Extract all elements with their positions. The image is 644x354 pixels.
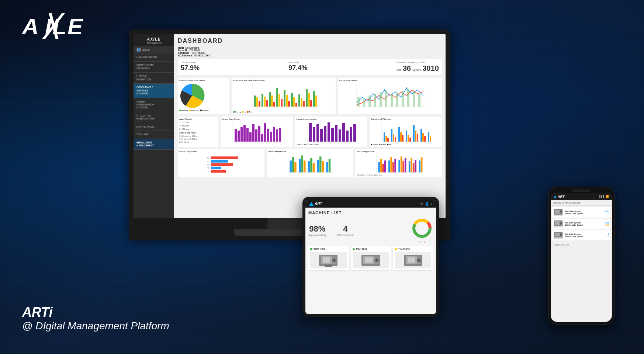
sidebar-item-utilization[interactable]: UTILIZATIONRATE MONITOR — [134, 112, 174, 123]
machine-img-2 — [353, 252, 389, 268]
svg-point-38 — [406, 87, 407, 89]
svg-rect-78 — [335, 125, 337, 142]
svg-rect-56 — [243, 125, 246, 142]
svg-rect-136 — [380, 159, 382, 173]
sidebar-user[interactable]: 👤 AXILE — [134, 46, 174, 54]
machine-card-2[interactable]: TIM11002 — [351, 246, 391, 270]
axes-temp-legend: ■ First Floor■ First Floor■ First Floor — [357, 174, 440, 176]
lubrication-label: Lubrication Frequency (total) — [397, 61, 439, 63]
svg-rect-28 — [306, 89, 308, 107]
svg-text:Z: Z — [208, 171, 209, 173]
svg-rect-9 — [259, 101, 260, 107]
sidebar-item-maintenance[interactable]: MAINTENANCE — [134, 123, 174, 131]
sidebar-item-consumable[interactable]: CONSUMABLESUPPLIESMONITOR — [134, 84, 174, 98]
svg-point-186 — [560, 234, 562, 235]
axes-travel-title: Axes Travel: — [179, 118, 217, 120]
svg-rect-109 — [211, 163, 233, 166]
svg-rect-127 — [312, 163, 315, 173]
svg-rect-108 — [211, 160, 228, 163]
svg-rect-21 — [288, 101, 290, 107]
svg-rect-22 — [291, 93, 293, 107]
phone-header: ART ▌▌▌ 📶 — [551, 193, 612, 200]
eval-day-chart-box: Evaluation Machine Status (Day) — [232, 78, 336, 114]
svg-rect-93 — [400, 132, 402, 142]
utilization-stat: Utilization Rate 57.9% — [181, 61, 285, 73]
svg-rect-64 — [267, 129, 269, 142]
feed-y: Y: 36 m/min C: 200 rpm — [179, 138, 217, 140]
svg-rect-96 — [408, 135, 409, 142]
svg-text:A: A — [22, 14, 40, 39]
svg-rect-74 — [320, 129, 323, 142]
svg-rect-125 — [308, 161, 310, 172]
speed-svg — [222, 121, 291, 143]
phone-list-item-3[interactable]: Axis Lube System Spindle Lube System 9 1… — [552, 230, 610, 240]
vibration-chart: Duration of Vibration — [370, 117, 442, 147]
phone-list-values-3: 9 14 — [607, 233, 609, 237]
machine-img-1 — [310, 252, 347, 268]
machine-card-1[interactable]: TIM11001 — [308, 246, 349, 270]
availability-label: Availability — [288, 61, 392, 63]
tablet-screen: ART ⚙ 👤 ● MACHINE LIST 98% Avg. Availabi… — [305, 200, 436, 314]
svg-rect-57 — [246, 128, 249, 142]
svg-rect-138 — [384, 160, 386, 172]
svg-rect-124 — [304, 160, 306, 172]
svg-rect-99 — [415, 131, 416, 142]
phone-screen: ART ▌▌▌ 📶 CSI09001 G6 0001001001 AXILE — [551, 193, 612, 322]
phone-notch — [572, 190, 591, 192]
phone-entry-2-spindle-val: 42.53 — [604, 224, 609, 226]
phone-device: ART ▌▌▌ 📶 CSI09001 G6 0001001001 AXILE — [548, 187, 614, 324]
tablet-device: ART ⚙ 👤 ● MACHINE LIST 98% Avg. Availabi… — [302, 197, 439, 317]
svg-rect-143 — [399, 160, 401, 173]
sidebar-item-components[interactable]: COMPONENTSDIAGNOSIS — [134, 62, 174, 73]
sidebar-item-intelligent[interactable]: INTELLIGENTMANAGEMENT — [134, 139, 174, 150]
svg-rect-31 — [313, 91, 315, 107]
svg-rect-42 — [374, 94, 376, 107]
machine-card-3-header: TIM11003 — [395, 248, 431, 250]
svg-rect-80 — [342, 123, 345, 142]
svg-text:Y1: Y1 — [207, 164, 210, 166]
tablet-logo-text: ART — [315, 202, 322, 206]
horiz-bars-area: X1 X2 Y1 Y2 Z — [179, 154, 263, 174]
phone-entry-1-spindle-label: Spindle Lube System — [565, 212, 584, 215]
svg-rect-165 — [365, 257, 373, 263]
machines-grid: TIM11001 — [308, 246, 433, 270]
tablet-settings-icon[interactable]: ⚙ — [420, 202, 423, 206]
tablet-container: ART ⚙ 👤 ● MACHINE LIST 98% Avg. Availabi… — [302, 197, 439, 317]
svg-rect-62 — [261, 134, 263, 142]
eval-day-title: Evaluation Machine Status (Day) — [233, 79, 334, 81]
axes-temp-svg — [357, 154, 440, 174]
svg-rect-15 — [273, 102, 275, 107]
feed-x: X: 36 m/min A: 100 rpm — [179, 135, 217, 138]
tablet-downtime-label: Total Downtime — [336, 234, 354, 236]
axes-temp-area — [357, 154, 440, 174]
phone-list-item-1[interactable]: Axis Lube System Spindle Lube System 70.… — [552, 207, 610, 218]
sidebar-item-lifetime[interactable]: LIFETIMEESTIMATION — [134, 73, 174, 84]
sidebar-item-tool-info[interactable]: TOOL INFO — [134, 131, 174, 139]
art-triangle-icon — [309, 202, 314, 206]
svg-rect-88 — [387, 138, 389, 142]
machine-card-3[interactable]: TIM11003 — [393, 246, 433, 270]
phone-machine-id: CSI09001 G6 0001001001 AXILE — [553, 202, 581, 204]
axes-feed-values: X: 36 m/min A: 100 rpm Y: 36 m/min C: 20… — [179, 135, 217, 143]
phone-entry-2-spindle-label: Spindle Lube System — [565, 224, 584, 226]
svg-rect-102 — [422, 133, 424, 142]
tablet-header: ART ⚙ 👤 ● — [305, 200, 436, 208]
machine-status-dot-3 — [395, 248, 397, 250]
monitor-screen: AXILE I Management 👤 AXILE MACHINE STATU… — [134, 34, 446, 218]
machine-img-3 — [395, 252, 431, 268]
phone-footer: LUBRICANT: PL15 — [552, 242, 610, 247]
sidebar-item-machine-status[interactable]: MACHINE STATUS — [134, 54, 174, 62]
phone-list-item-2[interactable]: Axis Lube System Spindle Lube System 70.… — [552, 219, 610, 229]
svg-rect-61 — [258, 126, 260, 142]
svg-rect-71 — [309, 123, 312, 142]
axis-label: Axis — [397, 69, 401, 71]
phone-list-text-3: Axis Lube System Spindle Lube System — [565, 233, 584, 237]
phone-logo-text: ART — [558, 195, 564, 198]
tablet-user-icon[interactable]: 👤 — [425, 202, 429, 206]
linear-loading-chart: Linear Axes Loading — [295, 117, 367, 147]
vibration-title: Duration of Vibration — [371, 118, 440, 120]
legend-idle: Idle/Setup — [179, 110, 188, 111]
sidebar-item-power[interactable]: POWERCONSUMPTIONMONITOR — [134, 98, 174, 112]
axis-y: Y: 850 mm — [179, 124, 217, 128]
svg-rect-55 — [240, 127, 243, 142]
